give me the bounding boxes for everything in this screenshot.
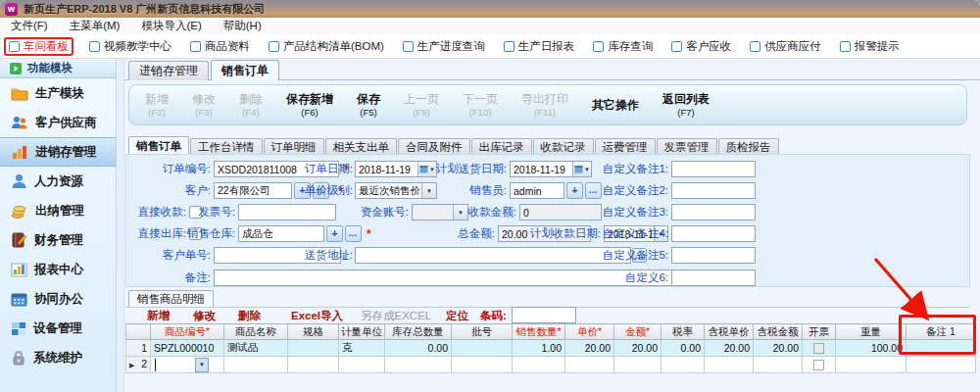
prev-page-button[interactable]: 上一页(F9) (404, 92, 439, 119)
export-print-button[interactable]: 导出打印(F11) (521, 92, 568, 119)
cell-price[interactable]: 20.00 (565, 340, 614, 357)
checkbox-icon[interactable] (750, 41, 760, 52)
custom5-input[interactable] (671, 247, 756, 264)
salesman-add-button[interactable]: + (566, 182, 583, 199)
quick-item-workshop-board[interactable]: 车间看板 (4, 37, 74, 56)
invoice-no-input[interactable] (238, 204, 336, 220)
invoiced-checkbox[interactable] (813, 360, 824, 370)
invoiced-checkbox[interactable] (813, 343, 824, 354)
cell-weight[interactable]: 100.00 (836, 340, 906, 357)
tab-quality-report[interactable]: 质检报告 (718, 138, 779, 155)
delivery-address-input[interactable] (355, 247, 631, 264)
cell-stock-qty[interactable] (385, 357, 452, 373)
col-weight[interactable]: 重量 (836, 324, 906, 340)
menu-module-import[interactable]: 模块导入(E) (130, 19, 212, 33)
save-new-button[interactable]: 保存新增(F6) (286, 92, 333, 119)
cell-tax-amount[interactable]: 20.00 (754, 340, 803, 357)
col-amount[interactable]: 金额* (614, 324, 662, 340)
quick-item-payable[interactable]: 供应商应付 (747, 38, 824, 55)
back-to-list-button[interactable]: 返回列表(F7) (662, 92, 710, 119)
col-invoiced[interactable]: 开票 (803, 324, 836, 340)
tab-inventory-module[interactable]: 进销存管理 (128, 61, 209, 80)
cell-tax-amount[interactable] (754, 357, 803, 373)
grid-delete-button[interactable]: 删除 (238, 309, 261, 323)
salesman-input[interactable] (510, 182, 564, 199)
cell-code[interactable]: SPZL000010 (151, 340, 224, 357)
cell-tax-rate[interactable] (662, 357, 705, 373)
receipt-amount-input[interactable] (519, 204, 602, 220)
quick-item-alert[interactable]: 报警提示 (837, 38, 903, 55)
checkbox-icon[interactable] (504, 41, 514, 52)
next-page-button[interactable]: 下一页(F10) (463, 92, 498, 119)
cell-batch[interactable] (452, 357, 513, 373)
menu-help[interactable]: 帮助(H) (213, 19, 272, 33)
sidebar-item-finance[interactable]: 财务管理 (0, 225, 116, 255)
sidebar-item-equipment[interactable]: 设备管理 (0, 314, 116, 343)
cell-batch[interactable] (452, 340, 513, 357)
checkbox-icon[interactable] (89, 41, 100, 52)
product-code-combo[interactable]: ▼ (154, 359, 209, 371)
cell-remark1[interactable] (906, 357, 976, 373)
col-tax-amount[interactable]: 含税金额 (754, 324, 803, 340)
order-date-picker[interactable]: 2018-11-19 ▼ (355, 161, 437, 177)
sidebar-item-office[interactable]: 协同办公 (0, 284, 116, 314)
sidebar-item-inventory[interactable]: 进销存管理 (0, 137, 116, 167)
edit-button[interactable]: 修改(F3) (192, 92, 216, 119)
cell-name[interactable] (224, 357, 288, 373)
col-sale-qty[interactable]: 销售数量* (513, 324, 565, 340)
barcode-input[interactable] (512, 307, 576, 323)
warehouse-input[interactable] (238, 225, 324, 242)
cell-code-editing[interactable]: ▼ (151, 357, 224, 373)
tab-invoice[interactable]: 发票管理 (657, 138, 717, 155)
custom2-input[interactable] (671, 182, 756, 199)
cell-price[interactable] (565, 357, 614, 373)
col-tax-price[interactable]: 含税单价 (705, 324, 754, 340)
quick-item-daily-report[interactable]: 生产日报表 (501, 38, 578, 55)
col-batch[interactable]: 批号 (452, 324, 513, 340)
col-tax-rate[interactable]: 税率 (662, 324, 705, 340)
grid-locate-button[interactable]: 定位 (446, 309, 468, 323)
col-stock-qty[interactable]: 库存总数量 (385, 324, 452, 340)
quick-item-production-progress[interactable]: 生产进度查询 (400, 38, 488, 55)
chevron-down-icon[interactable]: ▼ (421, 183, 436, 198)
grid-excel-import-button[interactable]: Excel导入 (291, 309, 343, 323)
col-unit[interactable]: 计量单位 (339, 324, 385, 340)
cell-tax-rate[interactable]: 0.00 (662, 340, 705, 357)
sidebar-item-cashier[interactable]: 出纳管理 (0, 196, 116, 225)
sidebar-splitter[interactable] (118, 59, 124, 392)
cell-name[interactable]: 测试品 (224, 340, 288, 357)
col-spec[interactable]: 规格 (288, 324, 339, 340)
warehouse-lookup-button[interactable]: … (345, 225, 362, 242)
menu-main[interactable]: 主菜单(M) (59, 19, 131, 33)
cell-unit[interactable] (339, 357, 385, 373)
custom6-input[interactable] (671, 270, 756, 286)
col-price[interactable]: 单价* (565, 324, 614, 340)
quick-item-video-center[interactable]: 视频教学中心 (86, 38, 174, 55)
tab-related-expense[interactable]: 相关支出单 (325, 138, 398, 155)
add-button[interactable]: 新增(F2) (145, 92, 169, 119)
checkbox-icon[interactable] (269, 41, 279, 52)
custom1-input[interactable] (671, 161, 756, 177)
checkbox-icon[interactable] (671, 41, 682, 52)
tab-order-lines[interactable]: 订单明细 (264, 138, 324, 155)
sidebar-item-reports[interactable]: 报表中心 (0, 255, 116, 284)
grid-add-button[interactable]: 新增 (147, 309, 170, 323)
cell-sale-qty[interactable]: 1.00 (513, 340, 565, 357)
cell-stock-qty[interactable]: 0.00 (385, 340, 452, 357)
tab-freight[interactable]: 运费管理 (595, 138, 656, 155)
sidebar-item-hr[interactable]: 人力资源 (0, 167, 116, 196)
quick-item-goods-data[interactable]: 商品资料 (187, 38, 253, 55)
delete-button[interactable]: 删除(F4) (239, 92, 263, 119)
custom4-input[interactable] (671, 225, 756, 242)
sidebar-item-customers-suppliers[interactable]: 客户供应商 (0, 108, 116, 137)
quick-item-bom[interactable]: 产品结构清单(BOM) (266, 38, 387, 55)
grid-save-as-excel-button[interactable]: 另存成EXCEL (361, 309, 431, 323)
cell-amount[interactable] (614, 357, 662, 373)
sidebar-item-production[interactable]: 生产模块 (0, 78, 116, 108)
other-actions-button[interactable]: 其它操作 (592, 98, 639, 113)
cell-amount[interactable]: 20.00 (614, 340, 662, 357)
chevron-down-icon[interactable]: ▼ (195, 358, 209, 372)
tab-receipt-records[interactable]: 收款记录 (533, 138, 594, 155)
table-row[interactable]: ▶2 ▼ (126, 357, 976, 373)
menu-file[interactable]: 文件(F) (0, 19, 59, 33)
